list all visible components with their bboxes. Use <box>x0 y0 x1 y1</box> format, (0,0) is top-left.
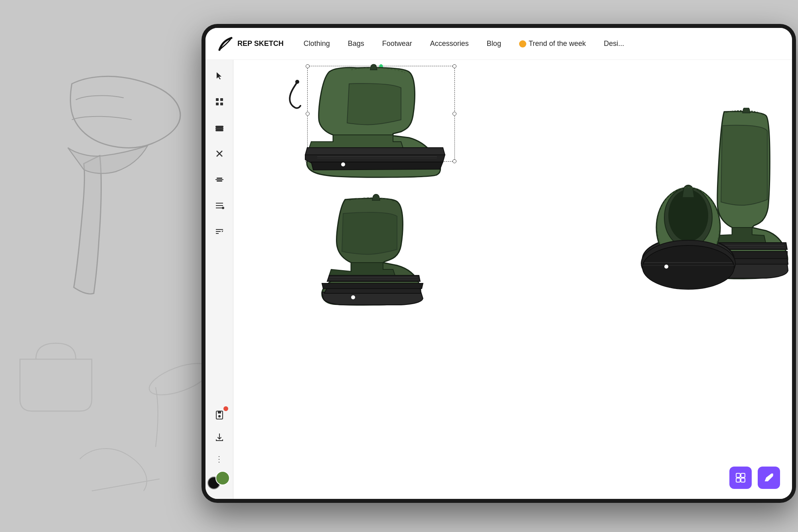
layers-tool[interactable] <box>211 120 227 136</box>
color-swatches[interactable] <box>207 475 231 491</box>
nav-trend[interactable]: Trend of the week <box>519 40 586 48</box>
nav-blog[interactable]: Blog <box>487 40 501 48</box>
nav-bags[interactable]: Bags <box>348 40 364 48</box>
delete-tool[interactable] <box>211 146 227 162</box>
grid-tool[interactable] <box>211 94 227 110</box>
svg-rect-43 <box>741 473 745 477</box>
nav-accessories[interactable]: Accessories <box>430 40 469 48</box>
boot-bottom-left[interactable] <box>313 192 437 307</box>
svg-rect-5 <box>216 126 223 127</box>
nav-desi[interactable]: Desi... <box>604 40 624 48</box>
edit-button[interactable] <box>758 467 780 489</box>
svg-rect-6 <box>216 128 223 129</box>
svg-rect-45 <box>741 478 745 482</box>
svg-point-29 <box>351 295 355 299</box>
tablet-screen: REP SKETCH Clothing Bags Footwear Access… <box>205 28 792 499</box>
canvas-area[interactable] <box>233 60 792 499</box>
svg-point-26 <box>295 80 299 84</box>
trend-dot <box>519 40 526 47</box>
nav-clothing[interactable]: Clothing <box>304 40 330 48</box>
sort-tool[interactable] <box>211 223 227 239</box>
svg-point-41 <box>664 265 668 269</box>
main-content: ⋮ <box>205 60 792 499</box>
layout-button[interactable] <box>729 467 752 489</box>
svg-rect-7 <box>216 130 223 131</box>
logo-icon <box>217 36 233 52</box>
toolbar-bottom: ⋮ <box>207 407 231 491</box>
logo-area[interactable]: REP SKETCH <box>217 36 284 52</box>
svg-point-22 <box>218 415 221 417</box>
nav-links: Clothing Bags Footwear Accessories Blog … <box>304 40 780 48</box>
cursor-tool[interactable] <box>211 68 227 84</box>
svg-rect-3 <box>216 103 219 105</box>
boot-right-small[interactable] <box>636 180 740 311</box>
svg-rect-42 <box>736 473 740 477</box>
logo-text: REP SKETCH <box>237 40 284 48</box>
svg-rect-2 <box>220 98 223 101</box>
svg-rect-11 <box>217 178 222 179</box>
more-options-button[interactable]: ⋮ <box>211 451 227 467</box>
boot-cord <box>285 80 309 112</box>
svg-point-38 <box>642 245 734 289</box>
align-horizontal-tool[interactable] <box>211 172 227 188</box>
save-button[interactable] <box>211 407 227 423</box>
boot-bottom-left-svg <box>313 192 437 307</box>
left-toolbar: ⋮ <box>205 60 233 499</box>
svg-rect-4 <box>220 103 223 105</box>
svg-rect-21 <box>218 411 221 413</box>
boot-right-small-svg <box>636 180 740 311</box>
svg-point-16 <box>222 207 224 209</box>
bottom-action-bar <box>233 467 792 489</box>
svg-rect-1 <box>216 98 219 101</box>
download-button[interactable] <box>211 429 227 445</box>
color-swatch-green[interactable] <box>215 471 230 485</box>
svg-rect-44 <box>736 478 740 482</box>
navbar: REP SKETCH Clothing Bags Footwear Access… <box>205 28 792 60</box>
svg-point-25 <box>341 162 345 166</box>
svg-rect-12 <box>217 180 222 182</box>
nav-footwear[interactable]: Footwear <box>382 40 412 48</box>
save-notification-badge <box>224 405 229 410</box>
align-vertical-tool[interactable] <box>211 198 227 214</box>
nav-trend-label: Trend of the week <box>529 40 586 48</box>
tablet-device: REP SKETCH Clothing Bags Footwear Access… <box>201 24 796 503</box>
three-dots-icon: ⋮ <box>215 454 223 464</box>
